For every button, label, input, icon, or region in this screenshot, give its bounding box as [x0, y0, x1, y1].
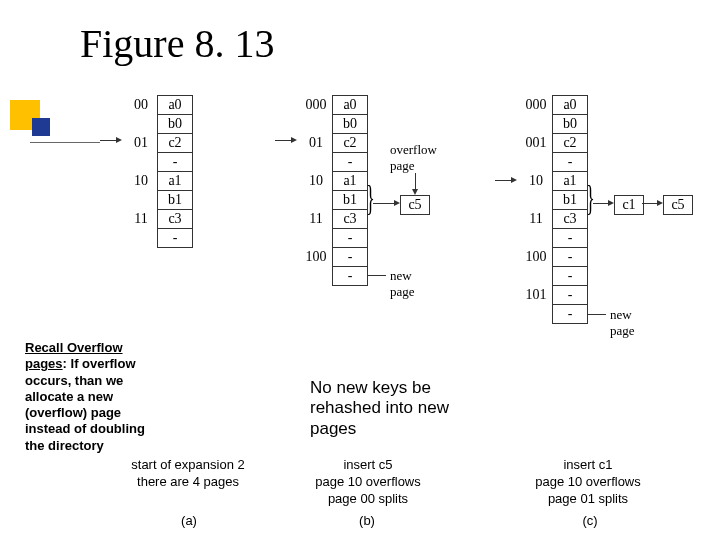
caption-b: insert c5 page 10 overflows page 00 spli… — [273, 457, 463, 508]
overflow-c1: c1 — [614, 195, 644, 215]
subfig-c: (c) — [570, 513, 610, 528]
curly-brace-icon: } — [366, 190, 374, 208]
table-b: 000a0 b0 01c2 - 10a1 b1 11c3 - 100- - — [300, 95, 368, 286]
column-a: 00a0 b0 01c2 - 10a1 b1 11c3 - — [125, 95, 193, 248]
overflow-c5: c5 — [400, 195, 430, 215]
caption-a: start of expansion 2 there are 4 pages — [93, 457, 283, 491]
caption-c: insert c1 page 10 overflows page 01 spli… — [493, 457, 683, 508]
table-c: 000a0 b0 001c2 - 10a1 b1 11c3 - 100- - 1… — [520, 95, 588, 324]
table-a: 00a0 b0 01c2 - 10a1 b1 11c3 - — [125, 95, 193, 248]
subfig-b: (b) — [347, 513, 387, 528]
new-page-label-c: new page — [610, 307, 635, 339]
diagram-area: 00a0 b0 01c2 - 10a1 b1 11c3 - 000a0 b0 0… — [125, 95, 705, 515]
subfig-a: (a) — [169, 513, 209, 528]
overflow-c5: c5 — [663, 195, 693, 215]
new-page-label-b: new page — [390, 268, 415, 300]
figure-title: Figure 8. 13 — [80, 20, 274, 67]
overflow-page-label: overflow page — [390, 142, 437, 174]
column-b: 000a0 b0 01c2 - 10a1 b1 11c3 - 100- - ov… — [300, 95, 368, 286]
column-c: 000a0 b0 001c2 - 10a1 b1 11c3 - 100- - 1… — [520, 95, 588, 324]
curly-brace-icon: } — [586, 190, 594, 208]
